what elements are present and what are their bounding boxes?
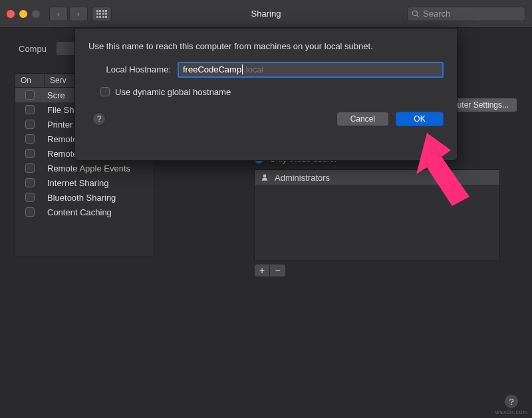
user-label: Administrators	[275, 173, 330, 183]
service-label: Internet Sharing	[45, 178, 154, 188]
users-icon	[260, 173, 269, 182]
search-icon	[412, 10, 420, 18]
minimize-window-button[interactable]	[19, 10, 27, 18]
search-placeholder: Search	[423, 9, 450, 19]
service-checkbox[interactable]	[25, 90, 35, 100]
service-checkbox[interactable]	[25, 193, 35, 202]
service-checkbox[interactable]	[25, 134, 35, 144]
dynamic-hostname-label: Use dynamic global hostname	[115, 87, 231, 97]
chevron-right-icon: ›	[77, 9, 80, 19]
help-button[interactable]: ?	[504, 394, 519, 409]
chevron-left-icon: ‹	[57, 9, 60, 19]
service-label: Content Caching	[45, 207, 154, 217]
hostname-sheet: Use this name to reach this computer fro…	[74, 28, 458, 161]
service-label: Bluetooth Sharing	[45, 193, 154, 203]
service-checkbox[interactable]	[25, 207, 35, 217]
toolbar: ‹ › Sharing Search	[0, 0, 532, 28]
window-controls	[7, 10, 40, 18]
dynamic-hostname-checkbox[interactable]	[100, 87, 110, 96]
hostname-field[interactable]: freeCodeCamp.local	[178, 62, 444, 78]
add-remove-controls: + −	[254, 264, 517, 277]
table-row[interactable]: Content Caching	[15, 205, 154, 219]
dynamic-hostname-row[interactable]: Use dynamic global hostname	[88, 87, 444, 97]
text-cursor	[242, 64, 243, 74]
maximize-window-button[interactable]	[32, 10, 40, 18]
table-row[interactable]: Remote Apple Events	[15, 161, 154, 175]
sheet-message: Use this name to reach this computer fro…	[88, 41, 444, 52]
ok-button[interactable]: OK	[396, 112, 444, 126]
table-row[interactable]: Bluetooth Sharing	[15, 190, 154, 205]
service-checkbox[interactable]	[25, 105, 35, 114]
col-service[interactable]: Serv	[45, 74, 72, 87]
close-window-button[interactable]	[7, 10, 15, 18]
service-label: Remote Apple Events	[45, 163, 154, 173]
service-checkbox[interactable]	[25, 149, 35, 158]
back-button[interactable]: ‹	[49, 7, 68, 21]
sheet-help-button[interactable]: ?	[92, 112, 106, 126]
grid-icon	[96, 10, 108, 18]
cancel-button[interactable]: Cancel	[336, 112, 389, 126]
users-list[interactable]: Administrators	[254, 169, 500, 261]
forward-button[interactable]: ›	[69, 7, 88, 21]
col-on[interactable]: On	[15, 74, 45, 87]
hostname-suffix: .local	[243, 64, 263, 74]
service-checkbox[interactable]	[25, 120, 35, 129]
watermark: wsxdn.com	[495, 409, 528, 415]
window-title: Sharing	[251, 9, 281, 19]
hostname-value: freeCodeCamp	[183, 64, 241, 74]
remove-user-button[interactable]: −	[270, 264, 286, 277]
service-checkbox[interactable]	[25, 178, 35, 187]
list-item[interactable]: Administrators	[255, 170, 499, 185]
search-field[interactable]: Search	[407, 7, 525, 21]
add-user-button[interactable]: +	[254, 264, 270, 277]
service-checkbox[interactable]	[25, 163, 35, 173]
hostname-label: Local Hostname:	[88, 64, 171, 74]
table-row[interactable]: Internet Sharing	[15, 175, 154, 190]
show-all-button[interactable]	[92, 7, 112, 21]
computer-name-label: Compu	[19, 44, 47, 54]
nav-buttons: ‹ ›	[49, 7, 88, 21]
